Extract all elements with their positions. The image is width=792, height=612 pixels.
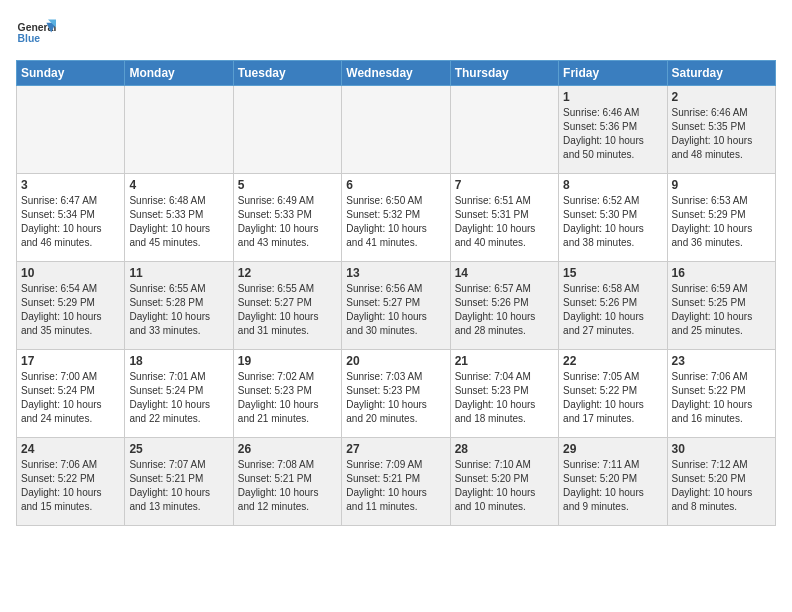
calendar-cell: 24Sunrise: 7:06 AM Sunset: 5:22 PM Dayli…	[17, 438, 125, 526]
calendar-cell: 4Sunrise: 6:48 AM Sunset: 5:33 PM Daylig…	[125, 174, 233, 262]
calendar-week-1: 1Sunrise: 6:46 AM Sunset: 5:36 PM Daylig…	[17, 86, 776, 174]
day-number: 1	[563, 90, 662, 104]
day-number: 18	[129, 354, 228, 368]
calendar-week-5: 24Sunrise: 7:06 AM Sunset: 5:22 PM Dayli…	[17, 438, 776, 526]
calendar-cell: 26Sunrise: 7:08 AM Sunset: 5:21 PM Dayli…	[233, 438, 341, 526]
day-number: 2	[672, 90, 771, 104]
day-number: 26	[238, 442, 337, 456]
day-number: 25	[129, 442, 228, 456]
day-number: 11	[129, 266, 228, 280]
calendar-cell: 14Sunrise: 6:57 AM Sunset: 5:26 PM Dayli…	[450, 262, 558, 350]
day-number: 16	[672, 266, 771, 280]
day-number: 8	[563, 178, 662, 192]
calendar-cell: 7Sunrise: 6:51 AM Sunset: 5:31 PM Daylig…	[450, 174, 558, 262]
weekday-header-saturday: Saturday	[667, 61, 775, 86]
day-info: Sunrise: 6:57 AM Sunset: 5:26 PM Dayligh…	[455, 282, 554, 338]
calendar-cell: 30Sunrise: 7:12 AM Sunset: 5:20 PM Dayli…	[667, 438, 775, 526]
calendar-cell: 16Sunrise: 6:59 AM Sunset: 5:25 PM Dayli…	[667, 262, 775, 350]
svg-text:Blue: Blue	[18, 33, 41, 44]
day-number: 3	[21, 178, 120, 192]
calendar-week-4: 17Sunrise: 7:00 AM Sunset: 5:24 PM Dayli…	[17, 350, 776, 438]
day-info: Sunrise: 7:01 AM Sunset: 5:24 PM Dayligh…	[129, 370, 228, 426]
calendar-cell: 17Sunrise: 7:00 AM Sunset: 5:24 PM Dayli…	[17, 350, 125, 438]
day-info: Sunrise: 7:00 AM Sunset: 5:24 PM Dayligh…	[21, 370, 120, 426]
logo: General Blue	[16, 16, 56, 52]
calendar-cell	[125, 86, 233, 174]
calendar-cell: 12Sunrise: 6:55 AM Sunset: 5:27 PM Dayli…	[233, 262, 341, 350]
logo-icon: General Blue	[16, 16, 56, 52]
calendar-cell: 2Sunrise: 6:46 AM Sunset: 5:35 PM Daylig…	[667, 86, 775, 174]
day-info: Sunrise: 7:08 AM Sunset: 5:21 PM Dayligh…	[238, 458, 337, 514]
day-number: 10	[21, 266, 120, 280]
day-number: 23	[672, 354, 771, 368]
calendar-cell: 6Sunrise: 6:50 AM Sunset: 5:32 PM Daylig…	[342, 174, 450, 262]
weekday-header-tuesday: Tuesday	[233, 61, 341, 86]
calendar-cell: 29Sunrise: 7:11 AM Sunset: 5:20 PM Dayli…	[559, 438, 667, 526]
day-info: Sunrise: 6:59 AM Sunset: 5:25 PM Dayligh…	[672, 282, 771, 338]
calendar-cell: 15Sunrise: 6:58 AM Sunset: 5:26 PM Dayli…	[559, 262, 667, 350]
weekday-header-thursday: Thursday	[450, 61, 558, 86]
day-info: Sunrise: 7:11 AM Sunset: 5:20 PM Dayligh…	[563, 458, 662, 514]
day-info: Sunrise: 6:50 AM Sunset: 5:32 PM Dayligh…	[346, 194, 445, 250]
calendar-cell: 5Sunrise: 6:49 AM Sunset: 5:33 PM Daylig…	[233, 174, 341, 262]
day-number: 6	[346, 178, 445, 192]
day-info: Sunrise: 6:48 AM Sunset: 5:33 PM Dayligh…	[129, 194, 228, 250]
day-number: 28	[455, 442, 554, 456]
calendar-cell: 25Sunrise: 7:07 AM Sunset: 5:21 PM Dayli…	[125, 438, 233, 526]
calendar-cell: 11Sunrise: 6:55 AM Sunset: 5:28 PM Dayli…	[125, 262, 233, 350]
day-info: Sunrise: 7:04 AM Sunset: 5:23 PM Dayligh…	[455, 370, 554, 426]
calendar-cell: 8Sunrise: 6:52 AM Sunset: 5:30 PM Daylig…	[559, 174, 667, 262]
day-number: 24	[21, 442, 120, 456]
calendar-cell: 13Sunrise: 6:56 AM Sunset: 5:27 PM Dayli…	[342, 262, 450, 350]
day-info: Sunrise: 6:49 AM Sunset: 5:33 PM Dayligh…	[238, 194, 337, 250]
calendar-table: SundayMondayTuesdayWednesdayThursdayFrid…	[16, 60, 776, 526]
day-number: 29	[563, 442, 662, 456]
calendar-week-3: 10Sunrise: 6:54 AM Sunset: 5:29 PM Dayli…	[17, 262, 776, 350]
day-info: Sunrise: 7:12 AM Sunset: 5:20 PM Dayligh…	[672, 458, 771, 514]
calendar-cell	[17, 86, 125, 174]
day-info: Sunrise: 6:54 AM Sunset: 5:29 PM Dayligh…	[21, 282, 120, 338]
day-number: 19	[238, 354, 337, 368]
day-number: 5	[238, 178, 337, 192]
calendar-cell: 21Sunrise: 7:04 AM Sunset: 5:23 PM Dayli…	[450, 350, 558, 438]
day-number: 13	[346, 266, 445, 280]
day-number: 30	[672, 442, 771, 456]
day-number: 20	[346, 354, 445, 368]
calendar-cell: 22Sunrise: 7:05 AM Sunset: 5:22 PM Dayli…	[559, 350, 667, 438]
day-info: Sunrise: 6:55 AM Sunset: 5:27 PM Dayligh…	[238, 282, 337, 338]
calendar-cell: 10Sunrise: 6:54 AM Sunset: 5:29 PM Dayli…	[17, 262, 125, 350]
calendar-cell: 28Sunrise: 7:10 AM Sunset: 5:20 PM Dayli…	[450, 438, 558, 526]
day-number: 17	[21, 354, 120, 368]
calendar-cell: 9Sunrise: 6:53 AM Sunset: 5:29 PM Daylig…	[667, 174, 775, 262]
day-number: 27	[346, 442, 445, 456]
calendar-cell	[342, 86, 450, 174]
day-info: Sunrise: 7:09 AM Sunset: 5:21 PM Dayligh…	[346, 458, 445, 514]
day-info: Sunrise: 7:07 AM Sunset: 5:21 PM Dayligh…	[129, 458, 228, 514]
day-info: Sunrise: 7:03 AM Sunset: 5:23 PM Dayligh…	[346, 370, 445, 426]
calendar-cell: 27Sunrise: 7:09 AM Sunset: 5:21 PM Dayli…	[342, 438, 450, 526]
day-number: 12	[238, 266, 337, 280]
day-info: Sunrise: 6:46 AM Sunset: 5:35 PM Dayligh…	[672, 106, 771, 162]
day-info: Sunrise: 6:58 AM Sunset: 5:26 PM Dayligh…	[563, 282, 662, 338]
day-info: Sunrise: 6:56 AM Sunset: 5:27 PM Dayligh…	[346, 282, 445, 338]
day-info: Sunrise: 6:53 AM Sunset: 5:29 PM Dayligh…	[672, 194, 771, 250]
calendar-cell: 1Sunrise: 6:46 AM Sunset: 5:36 PM Daylig…	[559, 86, 667, 174]
day-number: 14	[455, 266, 554, 280]
day-info: Sunrise: 7:06 AM Sunset: 5:22 PM Dayligh…	[672, 370, 771, 426]
calendar-cell: 3Sunrise: 6:47 AM Sunset: 5:34 PM Daylig…	[17, 174, 125, 262]
calendar-cell	[233, 86, 341, 174]
day-info: Sunrise: 6:47 AM Sunset: 5:34 PM Dayligh…	[21, 194, 120, 250]
calendar-cell: 23Sunrise: 7:06 AM Sunset: 5:22 PM Dayli…	[667, 350, 775, 438]
weekday-header-monday: Monday	[125, 61, 233, 86]
day-number: 4	[129, 178, 228, 192]
calendar-cell: 19Sunrise: 7:02 AM Sunset: 5:23 PM Dayli…	[233, 350, 341, 438]
day-info: Sunrise: 6:51 AM Sunset: 5:31 PM Dayligh…	[455, 194, 554, 250]
weekday-header-sunday: Sunday	[17, 61, 125, 86]
weekday-header-friday: Friday	[559, 61, 667, 86]
page-header: General Blue	[16, 16, 776, 52]
day-number: 9	[672, 178, 771, 192]
day-info: Sunrise: 7:02 AM Sunset: 5:23 PM Dayligh…	[238, 370, 337, 426]
weekday-header-wednesday: Wednesday	[342, 61, 450, 86]
day-number: 7	[455, 178, 554, 192]
day-info: Sunrise: 6:52 AM Sunset: 5:30 PM Dayligh…	[563, 194, 662, 250]
